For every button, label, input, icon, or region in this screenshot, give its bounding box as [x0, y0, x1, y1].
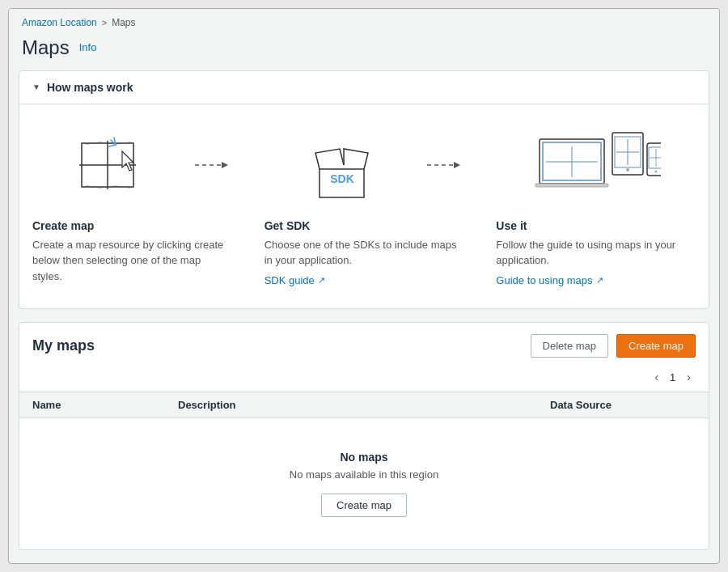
col-description: Description: [178, 399, 550, 411]
my-maps-actions: Delete map Create map: [531, 334, 696, 358]
svg-marker-7: [222, 162, 228, 168]
arrow-1: [192, 157, 232, 173]
breadcrumb-parent[interactable]: Amazon Location: [22, 17, 97, 28]
create-map-button-header[interactable]: Create map: [616, 334, 696, 358]
page-title: Maps: [22, 36, 70, 59]
create-illustration: [32, 121, 232, 210]
svg-marker-2: [122, 151, 133, 171]
my-maps-header: My maps Delete map Create map: [19, 323, 709, 369]
info-link[interactable]: Info: [79, 41, 97, 53]
page-header: Maps Info: [9, 33, 719, 70]
arrow-2: [423, 157, 463, 173]
sdk-box-icon: SDK: [265, 129, 424, 201]
next-page-button[interactable]: ›: [682, 369, 696, 385]
empty-title: No maps: [32, 451, 696, 464]
main-window: Amazon Location > Maps Maps Info ▼ How m…: [8, 8, 720, 565]
how-maps-toggle[interactable]: ▼ How maps work: [19, 71, 709, 104]
step-create-desc: Create a map resource by clicking create…: [32, 237, 232, 285]
step-sdk-title: Get SDK: [265, 219, 464, 232]
external-link-icon-2: ↗: [596, 275, 603, 286]
step-use-title: Use it: [496, 219, 696, 232]
maps-table: Name Description Data Source No maps No …: [19, 392, 709, 549]
svg-marker-11: [454, 162, 460, 168]
how-maps-title: How maps work: [47, 81, 133, 94]
col-datasource: Data Source: [550, 399, 696, 411]
how-maps-content: Create map Create a map resource by clic…: [19, 104, 709, 309]
sdk-guide-link[interactable]: SDK guide ↗: [265, 274, 325, 286]
sdk-illustration: SDK: [265, 121, 464, 210]
step-create-title: Create map: [32, 219, 232, 232]
use-illustration: [496, 121, 696, 210]
my-maps-title: My maps: [32, 337, 95, 354]
guide-maps-link[interactable]: Guide to using maps ↗: [496, 274, 603, 286]
svg-rect-17: [535, 184, 608, 187]
svg-text:SDK: SDK: [330, 172, 354, 185]
step-use-desc: Follow the guide to using maps in your a…: [496, 237, 696, 269]
empty-state: No maps No maps available in this region…: [19, 418, 709, 549]
external-link-icon: ↗: [318, 275, 325, 286]
create-map-icon: [32, 129, 192, 201]
step-sdk: SDK Get SDK Choose one of the SDKs to in…: [248, 121, 480, 290]
step-use: Use it Follow the guide to using maps in…: [480, 121, 696, 290]
devices-icon: [496, 129, 696, 201]
svg-point-27: [654, 170, 657, 172]
svg-line-4: [109, 145, 116, 146]
prev-page-button[interactable]: ‹: [650, 369, 663, 385]
empty-description: No maps available in this region: [32, 468, 696, 481]
breadcrumb: Amazon Location > Maps: [9, 9, 719, 33]
table-header-row: Name Description Data Source: [19, 392, 709, 418]
page-number: 1: [670, 371, 675, 383]
breadcrumb-separator: >: [102, 18, 107, 28]
pagination: ‹ 1 ›: [19, 369, 709, 392]
step-sdk-desc: Choose one of the SDKs to include maps i…: [265, 237, 464, 269]
step-create: Create map Create a map resource by clic…: [32, 121, 248, 290]
collapse-icon: ▼: [32, 83, 40, 91]
create-map-button-empty[interactable]: Create map: [321, 494, 407, 517]
breadcrumb-current: Maps: [112, 17, 135, 28]
my-maps-section: My maps Delete map Create map ‹ 1 › Name…: [19, 322, 709, 550]
col-name: Name: [32, 399, 178, 411]
how-maps-section: ▼ How maps work: [19, 70, 709, 310]
delete-map-button[interactable]: Delete map: [531, 334, 608, 358]
svg-point-22: [626, 168, 629, 172]
